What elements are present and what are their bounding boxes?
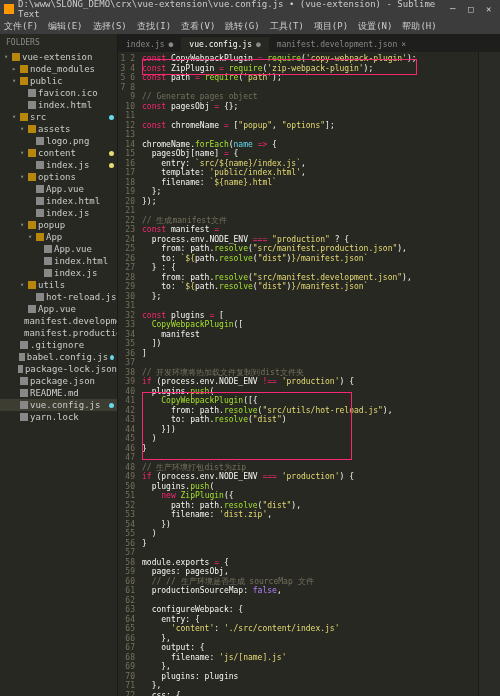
tree-item[interactable]: ▾vue-extension — [0, 51, 117, 63]
tree-item[interactable]: ▾assets — [0, 123, 117, 135]
tab-bar: index.js●vue.config.js●manifest.developm… — [118, 34, 500, 52]
tree-item[interactable]: index.js — [0, 159, 117, 171]
tree-item[interactable]: manifest.development.json — [0, 315, 117, 327]
highlight-box-1 — [142, 59, 417, 75]
menubar: 文件(F) 编辑(E) 选择(S) 查找(I) 查看(V) 跳转(G) 工具(T… — [0, 18, 500, 34]
tree-item[interactable]: ▾popup — [0, 219, 117, 231]
menu-prefs[interactable]: 设置(N) — [358, 20, 392, 33]
tree-item[interactable]: index.html — [0, 99, 117, 111]
tree-item[interactable]: manifest.production.json — [0, 327, 117, 339]
menu-goto[interactable]: 跳转(G) — [225, 20, 259, 33]
tree-item[interactable]: hot-reload.js — [0, 291, 117, 303]
close-icon[interactable]: ● — [256, 40, 261, 49]
editor[interactable]: 1 2 3 4 5 6 7 8 9 10 11 12 13 14 15 16 1… — [118, 52, 500, 696]
tree-item[interactable]: ▾src — [0, 111, 117, 123]
file-tree: ▾vue-extension▸node_modules▾publicfavico… — [0, 51, 117, 423]
menu-view[interactable]: 查看(V) — [181, 20, 215, 33]
close-icon[interactable]: × — [401, 40, 406, 49]
highlight-box-2 — [142, 392, 352, 460]
tab[interactable]: vue.config.js● — [181, 37, 268, 52]
menu-find[interactable]: 查找(I) — [137, 20, 171, 33]
tab[interactable]: manifest.development.json× — [269, 37, 414, 52]
tree-item[interactable]: ▾public — [0, 75, 117, 87]
tree-item[interactable]: README.md — [0, 387, 117, 399]
tree-item[interactable]: index.js — [0, 207, 117, 219]
tree-item[interactable]: package.json — [0, 375, 117, 387]
titlebar: D:\www\SLONG_DEMO\crx\vue-extension\vue.… — [0, 0, 500, 18]
menu-tools[interactable]: 工具(T) — [270, 20, 304, 33]
tree-item[interactable]: index.html — [0, 255, 117, 267]
minimap[interactable] — [478, 52, 500, 696]
tree-item[interactable]: App.vue — [0, 303, 117, 315]
menu-file[interactable]: 文件(F) — [4, 20, 38, 33]
tree-item[interactable]: package-lock.json — [0, 363, 117, 375]
tree-item[interactable]: ▾options — [0, 171, 117, 183]
tree-item[interactable]: App.vue — [0, 183, 117, 195]
menu-project[interactable]: 项目(P) — [314, 20, 348, 33]
close-icon[interactable]: ● — [169, 40, 174, 49]
maximize-button[interactable]: □ — [468, 4, 478, 14]
line-gutter: 1 2 3 4 5 6 7 8 9 10 11 12 13 14 15 16 1… — [118, 52, 138, 696]
tree-item[interactable]: yarn.lock — [0, 411, 117, 423]
tree-item[interactable]: ▾utils — [0, 279, 117, 291]
code-content[interactable]: const CopyWebpackPlugin = require('copy-… — [138, 52, 478, 696]
menu-select[interactable]: 选择(S) — [93, 20, 127, 33]
tree-item[interactable]: vue.config.js — [0, 399, 117, 411]
close-button[interactable]: ✕ — [486, 4, 496, 14]
tab[interactable]: index.js● — [118, 37, 181, 52]
tree-item[interactable]: ▾content — [0, 147, 117, 159]
tree-item[interactable]: babel.config.js — [0, 351, 117, 363]
minimize-button[interactable]: ─ — [450, 4, 460, 14]
tree-item[interactable]: index.html — [0, 195, 117, 207]
tree-item[interactable]: index.js — [0, 267, 117, 279]
sidebar-header: FOLDERS — [0, 34, 117, 51]
tree-item[interactable]: logo.png — [0, 135, 117, 147]
menu-help[interactable]: 帮助(H) — [402, 20, 436, 33]
app-icon — [4, 4, 14, 14]
tree-item[interactable]: .gitignore — [0, 339, 117, 351]
window-title: D:\www\SLONG_DEMO\crx\vue-extension\vue.… — [18, 0, 450, 19]
tree-item[interactable]: App.vue — [0, 243, 117, 255]
sidebar: FOLDERS ▾vue-extension▸node_modules▾publ… — [0, 34, 118, 696]
menu-edit[interactable]: 编辑(E) — [48, 20, 82, 33]
tree-item[interactable]: ▸node_modules — [0, 63, 117, 75]
tree-item[interactable]: ▾App — [0, 231, 117, 243]
tree-item[interactable]: favicon.ico — [0, 87, 117, 99]
